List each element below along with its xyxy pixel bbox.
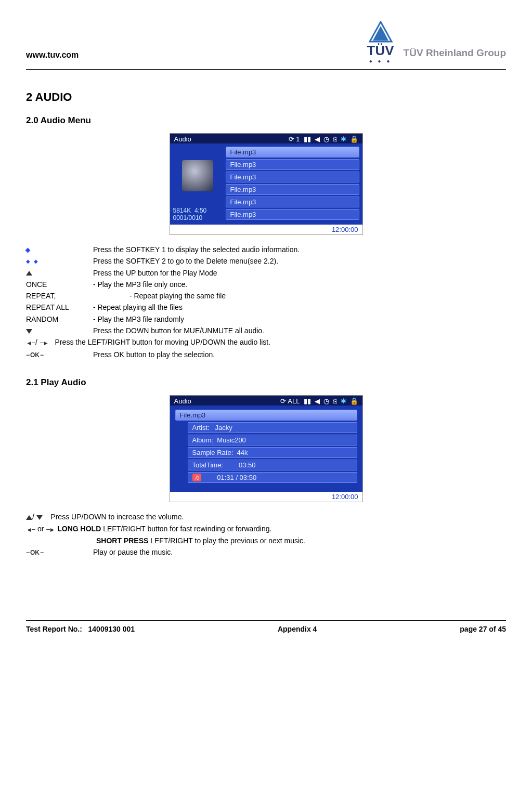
lock-icon: 🔒 — [350, 397, 358, 405]
file-list: File.mp3 File.mp3 File.mp3 File.mp3 File… — [226, 143, 362, 225]
speaker-graphic — [182, 160, 213, 191]
screen-clock: 12:00:00 — [170, 225, 362, 234]
battery-icon: ▮▮ — [304, 135, 311, 143]
instr-text: LEFT/RIGHT button for fast rewinding or … — [101, 525, 271, 533]
screen-left-pane: 5814K 4:50 0001/0010 — [170, 143, 226, 225]
rheinland-text: TÜV Rheinland Group — [404, 47, 506, 64]
repeat-badge: ⟳ ALL — [280, 397, 300, 405]
screen-clock: 12:00:00 — [170, 492, 362, 502]
instr-repeatall: REPEAT ALL - Repeat playing all the file… — [26, 302, 506, 312]
track-metadata: File.mp3 Artist: Jacky Album: Music200 S… — [170, 405, 362, 492]
instr-leftright: / Press the LEFT/RIGHT button for moving… — [26, 337, 506, 348]
status-title: Audio — [174, 397, 191, 405]
status-bar: Audio ⟳ 1 ▮▮ ◀ ◷ ⎘ ✱ 🔒 — [170, 134, 362, 143]
header-url: www.tuv.com — [26, 50, 79, 64]
repeat-badge: ⟳ 1 — [289, 135, 300, 143]
battery-icon: ▮▮ — [304, 397, 311, 405]
instr-text: - Repeat playing all the files — [93, 303, 183, 311]
list-item: File.mp3 — [226, 197, 359, 207]
left-icon — [26, 524, 35, 534]
right-icon — [46, 524, 55, 534]
meta-label: Sample Rate: — [192, 449, 233, 456]
mode-label: RANDOM — [26, 314, 91, 324]
track-index: 0001/0010 — [173, 214, 223, 221]
up-icon — [26, 271, 32, 276]
progress-row: ♫ 01:31 / 03:50 — [188, 472, 357, 483]
meta-row: Album: Music200 — [188, 435, 357, 446]
sd-icon: ⎘ — [333, 397, 337, 405]
instr-text: Press UP/DOWN to increase the volume. — [50, 513, 184, 521]
meta-row: Sample Rate: 44k — [188, 447, 357, 458]
meta-value: Jacky — [215, 424, 232, 431]
instr-text: LEFT/RIGHT to play the previous or next … — [148, 537, 305, 545]
instr-text: Play or pause the music. — [93, 548, 173, 556]
list-item: File.mp3 — [226, 209, 359, 220]
audio-menu-screenshot: Audio ⟳ 1 ▮▮ ◀ ◷ ⎘ ✱ 🔒 5814K 4:50 0001/0… — [170, 133, 363, 235]
meta-label: TotalTime: — [192, 461, 223, 469]
page-footer: Test Report No.: 14009130 001 Appendix 4… — [26, 620, 506, 633]
page-header: www.tuv.com TÜV ● ● ● TÜV Rheinland Grou… — [26, 21, 506, 64]
header-rule — [26, 69, 506, 70]
now-playing-file: File.mp3 — [175, 410, 357, 421]
instr-short: SHORT PRESS LEFT/RIGHT to play the previ… — [26, 535, 506, 546]
triangle-icon — [369, 21, 393, 43]
right-icon — [40, 337, 49, 348]
instr-random: RANDOM - Play the MP3 file randomly — [26, 314, 506, 324]
down-icon — [36, 515, 43, 520]
progress-text: 01:31 / 03:50 — [217, 474, 256, 481]
subsection-21: 2.1 Play Audio — [26, 377, 506, 388]
instr-softkey2: ◆ ◆ Press the SOFTKEY 2 to go to the Del… — [26, 256, 506, 266]
up-icon — [26, 515, 32, 520]
clock-icon: ◷ — [323, 397, 329, 405]
left-icon — [26, 337, 35, 348]
diamond-icon — [25, 247, 31, 253]
instr-text: Press the SOFTKEY 2 to go to the Delete … — [93, 257, 278, 265]
instr-play-pause: OK Play or pause the music. — [26, 547, 506, 557]
meta-row: TotalTime:03:50 — [188, 460, 357, 470]
double-diamond-icon: ◆ ◆ — [26, 258, 39, 266]
clock-icon: ◷ — [323, 135, 329, 143]
status-bar: Audio ⟳ ALL ▮▮ ◀ ◷ ⎘ ✱ 🔒 — [170, 396, 362, 405]
file-size: 5814K — [173, 207, 191, 214]
mode-label: ONCE — [26, 279, 91, 290]
instr-text: - Play the MP3 file only once. — [93, 280, 187, 289]
tuv-logo-text: TÜV — [367, 44, 394, 57]
instr-ok: OK Press OK button to play the selection… — [26, 349, 506, 360]
ok-icon: OK — [26, 351, 44, 359]
instr-up: Press the UP button for the Play Mode — [26, 268, 506, 278]
instr-volume: / Press UP/DOWN to increase the volume. — [26, 512, 506, 522]
bluetooth-icon: ✱ — [341, 397, 346, 405]
appendix-label: Appendix 4 — [278, 625, 317, 633]
meta-row: Artist: Jacky — [188, 422, 357, 433]
instr-bold: SHORT PRESS — [96, 537, 148, 545]
instr-repeat: REPEAT, - Repeat playing the same file — [26, 291, 506, 301]
or-sep: or — [35, 525, 46, 533]
instr-hold: or LONG HOLD LEFT/RIGHT button for fast … — [26, 524, 506, 534]
subsection-20: 2.0 Audio Menu — [26, 115, 506, 126]
instr-text: Press the UP button for the Play Mode — [93, 269, 217, 277]
instr-softkey1: Press the SOFTKEY 1 to display the selec… — [26, 244, 506, 255]
down-icon — [26, 329, 32, 334]
instr-text: - Repeat playing the same file — [129, 292, 226, 300]
slash-sep: / — [32, 513, 34, 521]
tuv-logo-dots: ● ● ● — [367, 59, 394, 64]
instr-once: ONCE - Play the MP3 file only once. — [26, 279, 506, 290]
sd-icon: ⎘ — [333, 135, 337, 143]
meta-label: Album: — [192, 436, 213, 444]
instr-down: Press the DOWN button for MUE/UNMUTE all… — [26, 325, 506, 336]
instr-text: - Play the MP3 file randomly — [93, 315, 184, 323]
instr-text: Press the SOFTKEY 1 to display the selec… — [93, 245, 300, 254]
list-item: File.mp3 — [226, 172, 359, 182]
report-label: Test Report No.: — [26, 625, 82, 633]
section-heading: 2 AUDIO — [26, 90, 506, 104]
instr-text: Press the LEFT/RIGHT button for moving U… — [55, 338, 270, 346]
file-duration: 4:50 — [194, 207, 206, 214]
meta-label: Artist: — [192, 424, 210, 431]
meta-value: Music200 — [217, 436, 246, 444]
tuv-logo: TÜV ● ● ● — [367, 21, 394, 64]
instr-text: Press OK button to play the selection. — [93, 350, 215, 359]
report-number: 14009130 001 — [88, 625, 135, 633]
bluetooth-icon: ✱ — [341, 135, 346, 143]
list-item: File.mp3 — [226, 147, 359, 158]
ok-icon: OK — [26, 549, 44, 556]
